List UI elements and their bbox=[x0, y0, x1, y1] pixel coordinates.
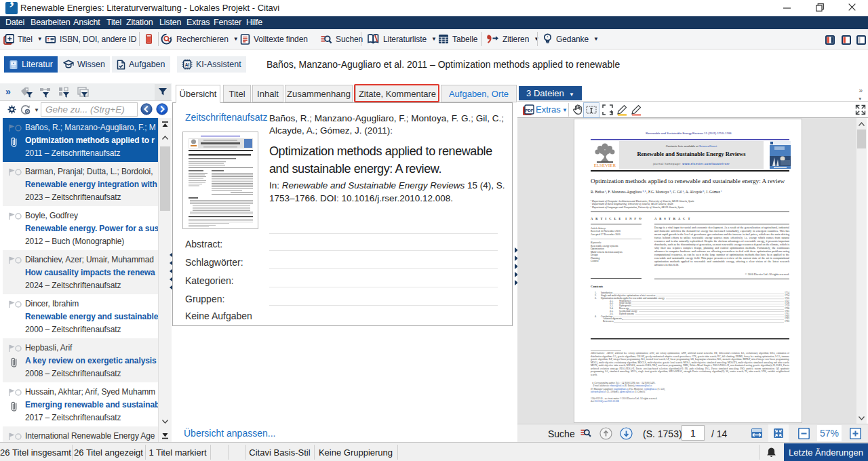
svg-text:AI: AI bbox=[185, 62, 190, 67]
svg-text:PDF: PDF bbox=[526, 108, 534, 113]
svg-text:ELSEVIER: ELSEVIER bbox=[594, 163, 616, 167]
